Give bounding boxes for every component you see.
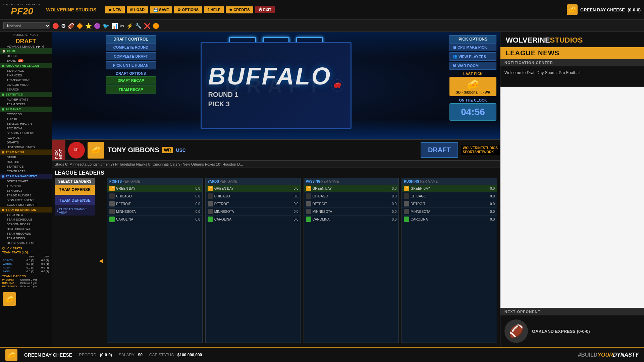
sidebar-item-team-stats[interactable]: TEAM STATS bbox=[0, 102, 52, 107]
sidebar-item-season-recaps[interactable]: SEASON RECAPS bbox=[0, 121, 52, 126]
sidebar-item-offseason-items[interactable]: OFFSEASON ITEMS bbox=[0, 241, 52, 245]
sidebar-item-finances[interactable]: FINANCES bbox=[0, 73, 52, 78]
sidebar-item-team-info[interactable]: TEAM INFO bbox=[0, 213, 52, 217]
sidebar-item-team-schedule[interactable]: TEAM SCHEDULE bbox=[0, 217, 52, 222]
sidebar-item-awards[interactable]: AWARDS bbox=[0, 135, 52, 140]
team-defense-button[interactable]: TEAM DEFENSE bbox=[55, 195, 95, 205]
sidebar-item-top10[interactable]: TOP 10 bbox=[0, 117, 52, 121]
save-button[interactable]: 💾 SAVE bbox=[150, 6, 172, 13]
sidebar-item-pro-bowl[interactable]: PRO BOWL bbox=[0, 126, 52, 131]
team-recap-button[interactable]: TEAM RECAP bbox=[106, 85, 156, 94]
studio-second: STUDIOS bbox=[550, 36, 583, 44]
chi-passing-name: CHICAGO bbox=[313, 194, 385, 198]
sidebar-item-training[interactable]: TRAINING bbox=[0, 184, 52, 188]
sidebar-item-transactions[interactable]: TRANSACTIONS bbox=[0, 78, 52, 82]
sidebar-item-drafts[interactable]: DRAFTS bbox=[0, 140, 52, 145]
click-to-change-view[interactable]: ℹ CLICK TO CHANGE VIEW bbox=[55, 206, 95, 216]
sidebar-item-staff[interactable]: STAFF bbox=[0, 155, 52, 160]
complete-round-button[interactable]: COMPLETE ROUND bbox=[106, 43, 156, 51]
sidebar-item-strategy[interactable]: STRATEGY bbox=[0, 188, 52, 193]
draft-action-button[interactable]: DRAFT bbox=[421, 142, 458, 158]
car-yards-name: CAROLINA bbox=[214, 218, 287, 221]
sidebar-item-roster[interactable]: ROSTER bbox=[0, 160, 52, 164]
options-button[interactable]: ⚙ OPTIONS bbox=[174, 6, 202, 13]
ll-scroll-left[interactable]: ◀ bbox=[98, 178, 104, 343]
sidebar-item-search[interactable]: SEARCH bbox=[0, 87, 52, 92]
sidebar-item-email[interactable]: EMAIL 24 bbox=[0, 58, 52, 63]
filter-icon-10[interactable]: ⚡ bbox=[126, 23, 133, 29]
sidebar-item-records[interactable]: RECORDS bbox=[0, 112, 52, 117]
opponent-team-name: OAKLAND EXPRESS (0-0-0) bbox=[532, 329, 590, 334]
filter-icon-5[interactable]: ⭐ bbox=[85, 23, 92, 29]
war-room-icon: 🏛 bbox=[452, 64, 456, 68]
draft-stage: DRAFT CONTROL COMPLETE ROUND COMPLETE DR… bbox=[52, 32, 500, 139]
sidebar-item-league-media[interactable]: LEAGUE MEDIA bbox=[0, 82, 52, 87]
sidebar-item-team-news[interactable]: TEAM NEWS bbox=[0, 236, 52, 241]
pass-off: 0.0 (1) bbox=[20, 269, 35, 273]
sidebar-almanac-section[interactable]: ◼ ALMANAC bbox=[0, 107, 52, 112]
cpu-icon: 🖥 bbox=[452, 45, 456, 49]
ll-passing-column: PASSING PER GAME 🧀 GREEN BAY 0.0 CHICAGO… bbox=[304, 178, 399, 343]
filter-icon-3[interactable]: 🏈 bbox=[68, 23, 74, 29]
sidebar-item-office[interactable]: OFFICE bbox=[0, 54, 52, 58]
sidebar-around-league-section[interactable]: ◼ AROUND THE LEAGUE bbox=[0, 63, 52, 68]
next-opponent-title: NEXT OPPONENT bbox=[500, 308, 644, 315]
sidebar-item-player-stats[interactable]: PLAYER STATS bbox=[0, 97, 52, 102]
view-players-button[interactable]: 👥 VIEW PLAYERS bbox=[449, 52, 496, 61]
sidebar-item-historical-stats[interactable]: HISTORICAL STATS bbox=[0, 145, 52, 149]
sidebar-item-trade-players[interactable]: TRADE PLAYERS bbox=[0, 193, 52, 198]
chi-rushing-icon bbox=[404, 193, 409, 199]
load-button[interactable]: ⊞ LOAD bbox=[127, 6, 148, 13]
sidebar-team-management-section[interactable]: ◼ TEAM MANAGEMENT bbox=[0, 174, 52, 179]
draft-recap-button[interactable]: DRAFT RECAP bbox=[106, 76, 156, 84]
filter-icon-4[interactable]: 🔶 bbox=[76, 23, 83, 29]
sidebar-item-contracts[interactable]: CONTRACTS bbox=[0, 169, 52, 174]
passing-leaders-row: PASSING Gibbons 0 yds bbox=[2, 278, 50, 281]
sidebar-item-depth-chart[interactable]: DEPTH CHART bbox=[0, 179, 52, 184]
new-button[interactable]: ★ NEW bbox=[105, 6, 125, 13]
ll-rushing-row-2: DETROIT 0.0 bbox=[402, 200, 497, 208]
sidebar-item-season-leaders[interactable]: SEASON LEADERS bbox=[0, 131, 52, 135]
filter-icon-12[interactable]: ❌ bbox=[144, 23, 151, 29]
filter-icon-7[interactable]: 🐦 bbox=[103, 23, 109, 29]
sidebar-item-scout-next-draft[interactable]: SCOUT NEXT DRAFT bbox=[0, 202, 52, 207]
sidebar-team-menu-section[interactable]: ◼ TEAM MENU bbox=[0, 149, 52, 155]
sidebar-home-section[interactable]: 🏠 HOME bbox=[0, 48, 52, 54]
rushing-col-title: RUSHING bbox=[404, 180, 419, 183]
league-filter-select[interactable]: National AFC NFC bbox=[3, 22, 50, 29]
buffalo-logo bbox=[331, 65, 343, 106]
sidebar-item-historical-wl[interactable]: HISTORICAL W/L bbox=[0, 227, 52, 231]
team-stats-label: TEAM STATS (LG) bbox=[2, 251, 50, 254]
filter-icon-13[interactable]: 🟠 bbox=[153, 23, 159, 29]
sidebar-team-info-section[interactable]: ◼ TEAM INFORMATION bbox=[0, 207, 52, 213]
sidebar-statistics-section[interactable]: ◼ STATISTICS bbox=[0, 92, 52, 97]
sidebar-item-statistics[interactable]: STATISTICS bbox=[0, 164, 52, 169]
filter-icon-8[interactable]: 📊 bbox=[111, 23, 118, 29]
studio-first: WOLVERINE bbox=[506, 36, 550, 44]
next-pick-right: DRAFT WOLVERINESTUDIOS SPORTSNETWORK bbox=[421, 142, 500, 158]
round-info: ROUND 1, PICK 3 bbox=[0, 32, 52, 38]
war-room-button[interactable]: 🏛 WAR ROOM bbox=[449, 62, 496, 70]
pick-until-human-button[interactable]: PICK UNTIL HUMAN bbox=[106, 61, 156, 69]
filter-icon-9[interactable]: ✂ bbox=[120, 23, 124, 29]
league-settings-icon[interactable]: ⚙ bbox=[42, 45, 45, 48]
exit-button[interactable]: ⏻ EXIT bbox=[255, 6, 275, 13]
sidebar-item-season-recap[interactable]: SEASON RECAP bbox=[0, 222, 52, 227]
complete-draft-button[interactable]: COMPLETE DRAFT bbox=[106, 52, 156, 60]
sidebar-item-sign-free-agent[interactable]: SIGN FREE AGENT bbox=[0, 198, 52, 202]
gb-passing-val: 0.0 bbox=[385, 187, 396, 190]
chi-passing-val: 0.0 bbox=[385, 194, 396, 198]
around-league-label: AROUND THE LEAGUE bbox=[6, 64, 39, 67]
sidebar-item-standings[interactable]: STANDINGS bbox=[0, 68, 52, 73]
filter-icon-1[interactable]: 🔴 bbox=[52, 23, 59, 29]
filter-icon-6[interactable]: 🟣 bbox=[94, 23, 101, 29]
draft-title: DRAFT bbox=[0, 38, 52, 45]
filter-icon-2[interactable]: ⚙ bbox=[61, 23, 66, 29]
team-offense-button[interactable]: TEAM OFFENSE bbox=[55, 185, 95, 195]
sidebar-item-team-records[interactable]: TEAM RECORDS bbox=[0, 231, 52, 236]
cpu-make-pick-button[interactable]: 🖥 CPU MAKE PICK bbox=[449, 43, 496, 51]
det-points-name: DETROIT bbox=[116, 202, 189, 206]
filter-icon-11[interactable]: 🔧 bbox=[135, 23, 142, 29]
credits-button[interactable]: ★ CREDITS bbox=[226, 6, 253, 13]
help-button[interactable]: ? HELP bbox=[204, 6, 224, 13]
